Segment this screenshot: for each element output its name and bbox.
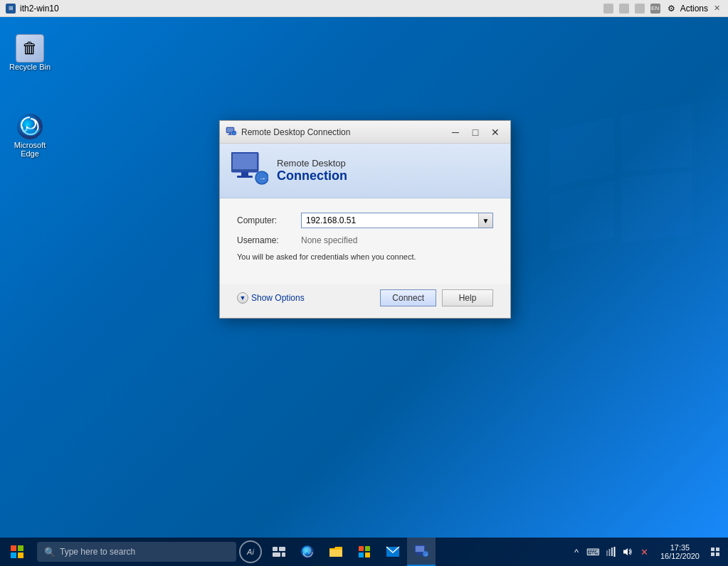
taskbar: 🔍 Type here to search Ai xyxy=(0,538,728,566)
rdc-dialog-title: Remote Desktop Connection xyxy=(241,127,350,137)
help-button[interactable]: Help xyxy=(442,289,493,306)
svg-rect-45 xyxy=(716,552,719,556)
svg-rect-34 xyxy=(418,552,421,554)
tray-keyboard-icon[interactable]: ⌨ xyxy=(586,545,601,559)
computer-row: Computer: ▼ xyxy=(237,213,493,228)
svg-marker-1 xyxy=(621,102,692,172)
username-value: None specified xyxy=(301,235,357,245)
start-button[interactable] xyxy=(0,538,34,566)
taskbar-edge-icon[interactable] xyxy=(293,538,322,566)
vm-language-btn[interactable]: EN xyxy=(650,4,660,14)
svg-rect-38 xyxy=(606,550,608,556)
cortana-button[interactable]: Ai xyxy=(239,540,262,563)
search-box[interactable]: 🔍 Type here to search xyxy=(37,542,236,562)
rdc-close-btn[interactable]: ✕ xyxy=(486,125,505,139)
svg-rect-44 xyxy=(711,552,714,556)
credentials-info-text: You will be asked for credentials when y… xyxy=(237,252,493,261)
search-icon: 🔍 xyxy=(44,547,56,557)
svg-marker-0 xyxy=(550,117,614,188)
computer-dropdown-btn[interactable]: ▼ xyxy=(478,213,492,228)
rdc-subtitle: Remote Desktop xyxy=(277,158,347,169)
svg-rect-19 xyxy=(11,552,16,558)
taskbar-rdc-icon[interactable]: → xyxy=(407,538,436,566)
show-options-chevron-icon: ▼ xyxy=(237,292,248,304)
recycle-bin-image: 🗑 xyxy=(16,34,44,63)
svg-text:→: → xyxy=(424,552,428,557)
svg-rect-20 xyxy=(18,552,23,558)
svg-rect-29 xyxy=(359,552,364,557)
svg-rect-43 xyxy=(716,548,719,551)
svg-rect-33 xyxy=(416,546,424,552)
cortana-label: Ai xyxy=(247,548,254,556)
recycle-bin-icon[interactable]: 🗑 Recycle Bin xyxy=(4,31,56,74)
taskbar-file-explorer-icon[interactable] xyxy=(322,538,350,566)
svg-rect-7 xyxy=(229,133,231,134)
rdc-titlebar-left: → Remote Desktop Connection xyxy=(226,127,350,138)
vm-title: ith2-win10 xyxy=(20,4,59,14)
svg-rect-23 xyxy=(273,552,280,557)
svg-rect-17 xyxy=(11,545,16,551)
show-options-link[interactable]: ▼ Show Options xyxy=(237,292,305,304)
tray-chevron[interactable]: ^ xyxy=(569,545,584,559)
rdc-window-controls: ─ □ ✕ xyxy=(446,125,505,139)
vm-fullscreen-btn[interactable] xyxy=(635,4,645,14)
svg-rect-8 xyxy=(228,134,233,135)
svg-marker-2 xyxy=(550,181,614,252)
computer-input[interactable] xyxy=(302,213,478,228)
svg-rect-27 xyxy=(359,546,364,551)
show-options-label: Show Options xyxy=(251,293,305,303)
microsoft-edge-icon[interactable]: Microsoft Edge xyxy=(4,110,56,161)
svg-rect-21 xyxy=(273,547,278,551)
actions-area: ⚙ Actions ✕ xyxy=(666,3,722,14)
svg-rect-22 xyxy=(279,547,285,551)
vm-titlebar: ⊞ ith2-win10 EN ⚙ Actions ✕ xyxy=(0,0,728,17)
rdc-main-title: Connection xyxy=(277,169,347,183)
desktop: 🗑 Recycle Bin Microsoft Edge xyxy=(0,17,728,566)
rdc-dialog: → Remote Desktop Connection ─ □ ✕ → xyxy=(219,120,511,319)
vm-icon: ⊞ xyxy=(6,4,16,14)
tray-x-icon[interactable]: ✕ xyxy=(638,545,652,559)
system-clock[interactable]: 17:35 16/12/2020 xyxy=(655,543,705,560)
tray-volume-icon[interactable] xyxy=(621,545,635,559)
rdc-titlebar: → Remote Desktop Connection ─ □ ✕ xyxy=(220,121,510,144)
svg-rect-28 xyxy=(365,546,370,551)
svg-rect-12 xyxy=(233,154,257,169)
notification-center-icon[interactable] xyxy=(708,545,722,559)
svg-text:→: → xyxy=(233,132,236,135)
edge-label: Microsoft Edge xyxy=(7,141,53,158)
vm-titlebar-right: EN ⚙ Actions ✕ xyxy=(603,3,722,14)
svg-rect-39 xyxy=(608,549,610,556)
svg-rect-14 xyxy=(237,176,253,178)
svg-rect-26 xyxy=(329,550,342,557)
actions-gear-icon[interactable]: ⚙ xyxy=(666,3,677,14)
svg-rect-24 xyxy=(282,552,285,557)
svg-rect-40 xyxy=(611,548,613,556)
system-tray: ^ ⌨ ✕ xyxy=(569,543,728,560)
rdc-body: Computer: ▼ Username: None specified You… xyxy=(220,198,510,284)
rdc-header-text: Remote Desktop Connection xyxy=(277,158,347,183)
recycle-bin-label: Recycle Bin xyxy=(9,63,51,71)
vm-titlebar-left: ⊞ ith2-win10 xyxy=(6,4,59,14)
actions-label[interactable]: Actions xyxy=(680,4,708,14)
vm-minimize-btn[interactable] xyxy=(603,4,613,14)
search-placeholder: Type here to search xyxy=(60,547,135,557)
edge-image xyxy=(16,112,44,141)
rdc-maximize-btn[interactable]: □ xyxy=(466,125,485,139)
username-label: Username: xyxy=(237,235,301,245)
clock-time: 17:35 xyxy=(670,543,690,552)
rdc-header: → Remote Desktop Connection xyxy=(220,144,510,198)
svg-rect-18 xyxy=(18,545,23,551)
taskbar-mail-icon[interactable] xyxy=(379,538,407,566)
svg-rect-35 xyxy=(416,554,423,555)
connect-button[interactable]: Connect xyxy=(380,289,436,306)
tray-network-icon[interactable] xyxy=(603,545,618,559)
vm-restore-btn[interactable] xyxy=(619,4,629,14)
actions-close-icon[interactable]: ✕ xyxy=(711,3,722,14)
dialog-buttons: Connect Help xyxy=(380,289,493,306)
taskbar-store-icon[interactable] xyxy=(350,538,379,566)
rdc-minimize-btn[interactable]: ─ xyxy=(446,125,465,139)
svg-rect-30 xyxy=(365,552,370,557)
svg-rect-42 xyxy=(711,548,714,551)
svg-marker-3 xyxy=(621,171,692,243)
task-view-button[interactable] xyxy=(265,538,293,566)
